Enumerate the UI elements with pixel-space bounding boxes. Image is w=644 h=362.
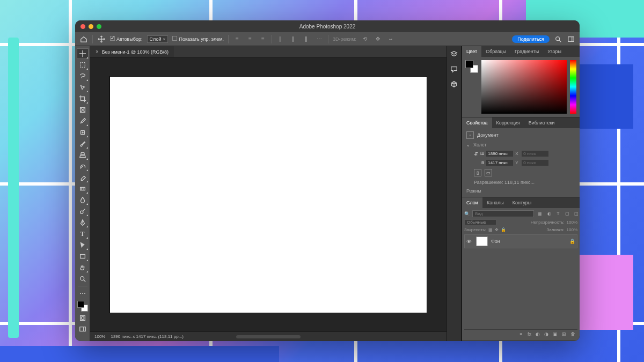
adjustments-tab[interactable]: Коррекция: [492, 117, 524, 128]
share-button[interactable]: Поделиться: [512, 35, 550, 43]
layer-style-icon[interactable]: fx: [528, 331, 531, 337]
layer-name[interactable]: Фон: [491, 239, 500, 244]
height-input[interactable]: 1417 пикс: [486, 160, 513, 166]
hand-tool[interactable]: [77, 262, 89, 273]
libraries-tab[interactable]: Библиотеки: [524, 117, 559, 128]
hue-slider[interactable]: [570, 60, 576, 114]
align-center-h-icon[interactable]: ≡: [246, 35, 254, 43]
mode-section-toggle[interactable]: Режим: [466, 188, 575, 194]
workspace-icon[interactable]: [567, 35, 575, 43]
x-input[interactable]: 0 пикс: [522, 151, 548, 157]
layer-thumbnail[interactable]: [476, 237, 488, 246]
filter-smart-icon[interactable]: ◫: [573, 211, 580, 217]
channels-tab[interactable]: Каналы: [482, 197, 508, 208]
align-left-icon[interactable]: ≡: [233, 35, 241, 43]
portrait-orient-button[interactable]: ▯: [474, 169, 481, 176]
group-icon[interactable]: ▣: [553, 331, 558, 337]
orbit-3d-icon[interactable]: ⟲: [361, 35, 369, 43]
swatches-tab[interactable]: Образцы: [481, 46, 510, 57]
frame-tool[interactable]: [77, 105, 89, 115]
spot-heal-tool[interactable]: [77, 127, 89, 138]
paths-tab[interactable]: Контуры: [508, 197, 536, 208]
layers-panel-icon[interactable]: [449, 49, 459, 59]
align-right-icon[interactable]: ≡: [259, 35, 267, 43]
color-field[interactable]: [481, 60, 567, 114]
canvas-viewport[interactable]: [90, 58, 447, 331]
blend-mode-select[interactable]: Обычные: [464, 219, 496, 225]
lock-position-icon[interactable]: ✥: [495, 227, 499, 232]
rectangle-tool[interactable]: [77, 251, 89, 262]
document-tab[interactable]: × Без имени-1 @ 100% (RGB/8): [90, 46, 174, 57]
path-select-tool[interactable]: [77, 240, 89, 250]
dodge-tool[interactable]: [77, 206, 89, 217]
artboard-tool[interactable]: [77, 60, 89, 70]
link-layers-icon[interactable]: ⚭: [519, 331, 523, 337]
search-icon[interactable]: [554, 35, 562, 43]
eyedropper-tool[interactable]: [77, 116, 89, 127]
filter-type-icon[interactable]: T: [554, 211, 562, 217]
move-tool-icon[interactable]: [97, 35, 106, 43]
eraser-tool[interactable]: [77, 172, 89, 183]
adjustment-layer-icon[interactable]: ◑: [544, 331, 548, 337]
pan-3d-icon[interactable]: ✥: [374, 35, 382, 43]
foreground-color-swatch[interactable]: [77, 301, 84, 308]
gradients-tab[interactable]: Градиенты: [510, 46, 543, 57]
filter-shape-icon[interactable]: ▢: [564, 211, 571, 217]
panel-color-swatches[interactable]: [465, 60, 478, 73]
autoselect-mode-select[interactable]: Слой: [147, 35, 169, 43]
new-layer-icon[interactable]: ⊞: [562, 331, 566, 337]
canvas[interactable]: [110, 77, 427, 313]
more-align-icon[interactable]: ⋯: [315, 35, 324, 43]
close-tab-icon[interactable]: ×: [96, 49, 99, 55]
move-tool[interactable]: [77, 48, 89, 59]
layer-filter-input[interactable]: [472, 210, 534, 217]
align-top-icon[interactable]: ‖: [276, 35, 285, 43]
edit-toolbar-button[interactable]: ⋯: [77, 288, 89, 299]
quick-select-tool[interactable]: [77, 82, 89, 93]
3d-panel-icon[interactable]: [449, 79, 459, 89]
properties-tab[interactable]: Свойства: [462, 117, 492, 128]
history-brush-tool[interactable]: [77, 161, 89, 172]
color-tab[interactable]: Цвет: [462, 46, 481, 57]
crop-tool[interactable]: [77, 93, 89, 104]
lock-all-icon[interactable]: 🔒: [501, 227, 506, 232]
lasso-tool[interactable]: [77, 71, 89, 82]
y-input[interactable]: 0 пикс: [522, 160, 548, 166]
filter-adjust-icon[interactable]: ◐: [545, 211, 553, 217]
clone-stamp-tool[interactable]: [77, 150, 89, 160]
screen-mode-button[interactable]: [77, 324, 89, 335]
opacity-value[interactable]: 100%: [567, 220, 577, 225]
blur-tool[interactable]: [77, 195, 89, 205]
home-icon[interactable]: [79, 35, 88, 43]
width-input[interactable]: 1890 пикс: [486, 151, 513, 157]
maximize-window-button[interactable]: [97, 24, 101, 29]
visibility-toggle-icon[interactable]: 👁: [466, 239, 473, 245]
delete-layer-icon[interactable]: 🗑: [570, 331, 575, 337]
patterns-tab[interactable]: Узоры: [543, 46, 566, 57]
layer-row[interactable]: 👁 Фон 🔒: [464, 234, 577, 248]
filter-pixel-icon[interactable]: ▦: [536, 211, 544, 217]
canvas-section-toggle[interactable]: ⌄Холст: [466, 142, 575, 147]
comments-panel-icon[interactable]: [449, 64, 459, 74]
quick-mask-button[interactable]: [77, 313, 89, 323]
zoom-level[interactable]: 100%: [94, 334, 105, 339]
align-bottom-icon[interactable]: ‖: [302, 35, 311, 43]
layers-tab[interactable]: Слои: [462, 197, 482, 208]
landscape-orient-button[interactable]: ▭: [485, 169, 492, 176]
brush-tool[interactable]: [77, 138, 89, 149]
type-tool[interactable]: T: [77, 228, 89, 239]
layer-mask-icon[interactable]: ◐: [536, 331, 540, 337]
zoom-tool[interactable]: [77, 274, 89, 284]
minimize-window-button[interactable]: [89, 24, 93, 29]
horizontal-scrollbar[interactable]: [236, 335, 301, 338]
color-swatches[interactable]: [77, 300, 89, 312]
pen-tool[interactable]: [77, 217, 89, 228]
close-window-button[interactable]: [80, 24, 85, 29]
lock-icon[interactable]: 🔒: [569, 239, 575, 244]
lock-pixels-icon[interactable]: ▦: [488, 227, 493, 232]
show-transform-checkbox[interactable]: Показать упр. элем.: [172, 36, 223, 42]
slide-3d-icon[interactable]: ↔: [386, 35, 395, 43]
gradient-tool[interactable]: [77, 183, 89, 194]
align-center-v-icon[interactable]: ‖: [289, 35, 298, 43]
link-dimensions-icon[interactable]: ⇵: [474, 151, 478, 157]
